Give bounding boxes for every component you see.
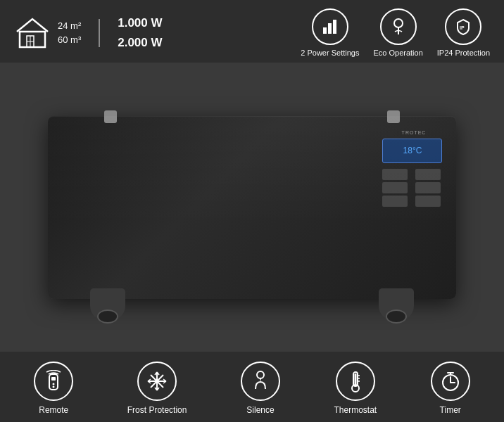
remote-icon-circle [34, 362, 73, 401]
heater-display-area: TROTEC 18°C [0, 63, 504, 352]
brand-label: TROTEC [382, 130, 446, 135]
product-card: 24 m² 60 m³ 1.000 W 2.000 W 2 Power Sett… [0, 0, 504, 422]
area-m2: 24 m² [58, 19, 81, 33]
foot-right [379, 288, 414, 320]
top-features-list: 2 Power Settings Eco Operation [301, 8, 490, 57]
timer-icon [439, 370, 462, 392]
power-settings-label: 2 Power Settings [301, 49, 359, 57]
eco-icon [389, 17, 408, 37]
ctrl-btn-6 [415, 196, 441, 207]
eco-icon-circle [380, 8, 417, 45]
feature-timer: Timer [431, 362, 470, 415]
ctrl-btn-5 [382, 196, 408, 207]
power-settings-icon-circle [312, 8, 348, 45]
thermostat-label: Thermostat [334, 405, 377, 415]
area-spec: 24 m² 60 m³ [14, 16, 81, 50]
silence-icon [250, 369, 271, 393]
mounting-clip-right [387, 110, 400, 123]
ip-label: IP24 Protection [437, 49, 490, 57]
svg-rect-5 [328, 23, 332, 34]
mounting-clip-left [104, 110, 117, 123]
top-specs-bar: 24 m² 60 m³ 1.000 W 2.000 W 2 Power Sett… [0, 0, 504, 63]
remote-icon [44, 370, 63, 392]
area-m3: 60 m³ [58, 33, 81, 47]
silence-icon-circle [241, 362, 280, 401]
ip-protection-icon: IP [453, 17, 473, 37]
control-panel: TROTEC 18°C [382, 130, 446, 207]
feature-eco: Eco Operation [373, 8, 422, 57]
timer-icon-circle [431, 362, 470, 401]
svg-point-7 [394, 19, 403, 27]
feature-frost: Frost Protection [127, 362, 187, 415]
thermostat-icon [346, 369, 365, 393]
svg-rect-0 [20, 32, 45, 47]
thermostat-icon-circle [336, 362, 375, 401]
feature-remote: Remote [34, 362, 73, 415]
ctrl-btn-4 [415, 182, 441, 193]
svg-rect-6 [333, 20, 336, 34]
svg-point-14 [53, 383, 55, 385]
feature-silence: Silence [241, 362, 280, 415]
silence-label: Silence [246, 405, 274, 415]
divider [99, 19, 100, 47]
foot-left [90, 288, 125, 320]
control-buttons [382, 169, 446, 207]
house-icon [14, 16, 51, 50]
eco-label: Eco Operation [373, 49, 422, 57]
ctrl-btn-3 [382, 182, 408, 193]
frost-icon-circle [137, 362, 177, 401]
frost-icon [146, 370, 168, 392]
svg-rect-4 [323, 27, 327, 34]
ctrl-btn-1 [382, 169, 408, 180]
frost-label: Frost Protection [127, 405, 187, 415]
timer-label: Timer [440, 405, 461, 415]
svg-text:IP: IP [460, 25, 465, 30]
svg-text:18°C: 18°C [403, 146, 422, 155]
feature-power-settings: 2 Power Settings [301, 8, 359, 57]
svg-point-28 [257, 371, 264, 378]
feature-ip: IP IP24 Protection [437, 8, 490, 57]
lcd-screen: 18°C [382, 139, 442, 163]
svg-point-15 [53, 386, 55, 388]
power2: 2.000 W [118, 33, 162, 52]
ip-icon-circle: IP [445, 8, 481, 45]
wheel-right [386, 309, 407, 324]
feature-thermostat: Thermostat [334, 362, 377, 415]
ctrl-btn-2 [415, 169, 441, 180]
heater-feet [48, 288, 456, 320]
svg-rect-13 [51, 377, 56, 381]
wheel-left [97, 309, 118, 324]
heater-device: TROTEC 18°C [48, 116, 456, 299]
bottom-features-bar: Remote Frost P [0, 352, 504, 422]
wattage-spec: 1.000 W 2.000 W [118, 13, 162, 51]
remote-label: Remote [39, 405, 68, 415]
bar-chart-icon [321, 18, 339, 36]
power1: 1.000 W [118, 13, 162, 32]
svg-rect-32 [354, 373, 356, 385]
area-text: 24 m² 60 m³ [58, 19, 81, 46]
